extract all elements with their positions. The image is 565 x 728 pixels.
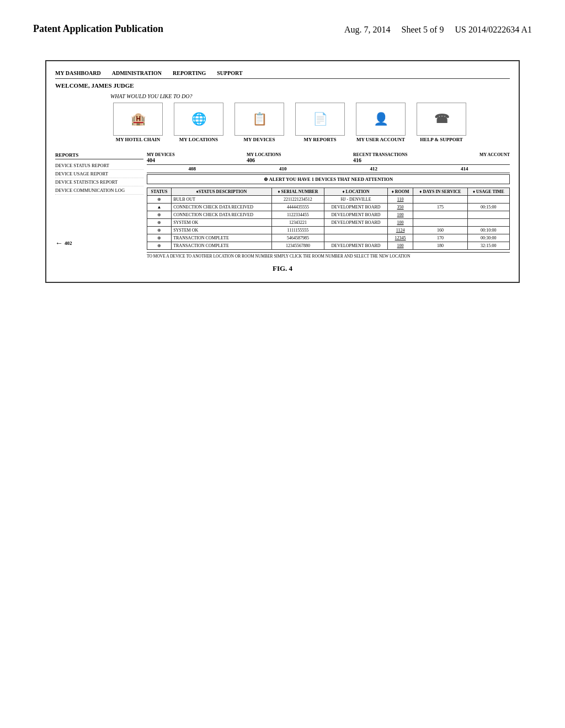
section-headers: MY DEVICES 404 MY LOCATIONS 406 RECENT T…	[147, 152, 510, 165]
data-table: STATUS ♦STATUS DESCRIPTION ♦ SERIAL NUMB…	[147, 188, 510, 250]
cell-serial: 4444435555	[271, 203, 324, 211]
locations-label: MY LOCATIONS	[179, 137, 218, 142]
cell-serial: 2211221234512	[271, 195, 324, 203]
cell-usage-time	[467, 211, 509, 218]
cell-room[interactable]: 100	[387, 211, 413, 218]
cell-status-desc: BULB OUT	[172, 195, 272, 203]
fig-label: FIG. 4	[55, 264, 510, 273]
bottom-note: TO MOVE A DEVICE TO ANOTHER LOCATION OR …	[147, 252, 510, 259]
icon-locations[interactable]: 🌐 MY LOCATIONS	[171, 103, 226, 142]
report-item-communication[interactable]: DEVICE COMMUNICATION LOG	[55, 186, 143, 195]
icons-section: WHAT WOULD YOU LIKE TO DO? 🏨 MY HOTEL CH…	[55, 93, 510, 148]
cell-status-icon: ⊕	[147, 226, 172, 234]
cell-status-icon: ⊕	[147, 242, 172, 249]
cell-room[interactable]: 1124	[387, 226, 413, 234]
nav-dashboard[interactable]: MY DASHBOARD	[55, 70, 101, 76]
report-item-usage[interactable]: DEVICE USAGE REPORT	[55, 170, 143, 178]
cell-room[interactable]: 350	[387, 203, 413, 211]
publication-title: Patent Application Publication	[33, 22, 163, 36]
cell-serial: 12345567880	[271, 242, 324, 249]
header-right: Aug. 7, 2014 Sheet 5 of 9 US 2014/022263…	[344, 22, 532, 38]
table-row: ⊕ SYSTEM OK 12343221 DEVELOPMENT BOARD 1…	[147, 218, 510, 226]
table-row: ⊕ SYSTEM OK 1111155555 1124 160 00:10:00	[147, 226, 510, 234]
cell-status-desc: TRANSACTION COMPLETE	[172, 234, 272, 242]
icon-hotel-chain[interactable]: 🏨 MY HOTEL CHAIN	[110, 103, 166, 142]
cell-usage-time: 00:10:00	[467, 226, 509, 234]
hotel-chain-icon: 🏨	[113, 103, 163, 136]
report-item-statistics[interactable]: DEVICE STATISTICS REPORT	[55, 178, 143, 186]
cell-location: DEVELOPMENT BOARD	[324, 218, 388, 226]
report-item-status[interactable]: DEVICE STATUS REPORT	[55, 162, 143, 170]
reports-header: REPORTS	[55, 152, 143, 159]
nav-admin[interactable]: ADMINISTRATION	[112, 70, 162, 76]
cell-location: DEVELOPMENT BOARD	[324, 203, 388, 211]
th-days-in-service: ♦ DAYS IN SERVICE	[413, 188, 467, 195]
icon-devices[interactable]: 📋 MY DEVICES	[232, 103, 287, 142]
cell-status-desc: CONNECTION CHECK DATA RECEIVED	[172, 211, 272, 218]
cell-status-icon: ⊕	[147, 211, 172, 218]
right-panel: MY DEVICES 404 MY LOCATIONS 406 RECENT T…	[147, 152, 510, 259]
cell-usage-time: 00:15:00	[467, 203, 509, 211]
th-location: ♦ LOCATION	[324, 188, 388, 195]
cell-days-in-service	[413, 218, 467, 226]
cell-room[interactable]: 100	[387, 218, 413, 226]
cell-usage-time	[467, 218, 509, 226]
cell-status-icon: ⊕	[147, 234, 172, 242]
welcome-message: WELCOME, JAMES JUDGE	[55, 82, 510, 89]
cell-serial: 1122334455	[271, 211, 324, 218]
main-content: 400 → MY DASHBOARD ADMINISTRATION REPORT…	[0, 49, 565, 294]
cell-serial: 5464587985	[271, 234, 324, 242]
table-row: ⊕ CONNECTION CHECK DATA RECEIVED 1122334…	[147, 211, 510, 218]
icon-reports[interactable]: 📄 MY REPORTS	[292, 103, 348, 142]
icon-help-support[interactable]: ☎ HELP & SUPPORT	[414, 103, 469, 142]
cell-status-icon: ⊕	[147, 218, 172, 226]
help-support-label: HELP & SUPPORT	[420, 137, 463, 142]
table-row: ⊕ TRANSACTION COMPLETE 12345567880 DEVEL…	[147, 242, 510, 249]
sheet-info: Sheet 5 of 9	[402, 25, 444, 34]
col-num-412: 412	[370, 166, 378, 172]
reports-panel: REPORTS DEVICE STATUS REPORT DEVICE USAG…	[55, 152, 143, 259]
th-room: ♦ ROOM	[387, 188, 413, 195]
cell-status-desc: SYSTEM OK	[172, 218, 272, 226]
table-row: ▲ CONNECTION CHECK DATA RECEIVED 4444435…	[147, 203, 510, 211]
icons-area: WHAT WOULD YOU LIKE TO DO? 🏨 MY HOTEL CH…	[110, 93, 510, 148]
cell-days-in-service: 180	[413, 242, 467, 249]
page-header: Patent Application Publication Aug. 7, 2…	[0, 0, 565, 49]
cell-status-desc: CONNECTION CHECK DATA RECEIVED	[172, 203, 272, 211]
cell-status-desc: TRANSACTION COMPLETE	[172, 242, 272, 249]
table-row: ⊕ TRANSACTION COMPLETE 5464587985 12345 …	[147, 234, 510, 242]
col-num-414: 414	[461, 166, 468, 172]
hotel-chain-label: MY HOTEL CHAIN	[116, 137, 161, 142]
icon-user-account[interactable]: 👤 MY USER ACCOUNT	[353, 103, 408, 142]
th-status-desc: ♦STATUS DESCRIPTION	[172, 188, 272, 195]
nav-support[interactable]: SUPPORT	[217, 70, 242, 76]
cell-usage-time	[467, 195, 509, 203]
th-usage-time: ♦ USAGE TIME	[467, 188, 509, 195]
cell-usage-time: 00:30:00	[467, 234, 509, 242]
user-account-label: MY USER ACCOUNT	[356, 137, 405, 142]
patent-figure: MY DASHBOARD ADMINISTRATION REPORTING SU…	[45, 60, 520, 283]
icon-row: 🏨 MY HOTEL CHAIN 🌐 MY LOCATIONS 📋 MY DEV…	[110, 103, 510, 142]
my-devices-section-label: MY DEVICES 404	[147, 152, 175, 163]
what-text: WHAT WOULD YOU LIKE TO DO?	[110, 93, 510, 99]
locations-icon: 🌐	[174, 103, 223, 136]
cell-days-in-service: 160	[413, 226, 467, 234]
alert-box: ⊕ ALERT YOU HAVE 1 DEVICES THAT NEED ATT…	[147, 174, 510, 184]
cell-location	[324, 226, 388, 234]
cell-days-in-service: 175	[413, 203, 467, 211]
label-402: 402	[65, 240, 72, 246]
reports-icon: 📄	[295, 103, 345, 136]
cell-room[interactable]: 110	[387, 195, 413, 203]
cell-status-icon: ⊕	[147, 195, 172, 203]
cell-location: DEVELOPMENT BOARD	[324, 242, 388, 249]
cell-location: HJ - DENVILLE	[324, 195, 388, 203]
cell-room[interactable]: 12345	[387, 234, 413, 242]
label-402-container: ← 402	[55, 239, 143, 248]
cell-usage-time: 32:15:00	[467, 242, 509, 249]
help-support-icon: ☎	[417, 103, 466, 136]
cell-days-in-service	[413, 195, 467, 203]
cell-days-in-service: 170	[413, 234, 467, 242]
cell-room[interactable]: 100	[387, 242, 413, 249]
nav-reporting[interactable]: REPORTING	[173, 70, 206, 76]
table-row: ⊕ BULB OUT 2211221234512 HJ - DENVILLE 1…	[147, 195, 510, 203]
